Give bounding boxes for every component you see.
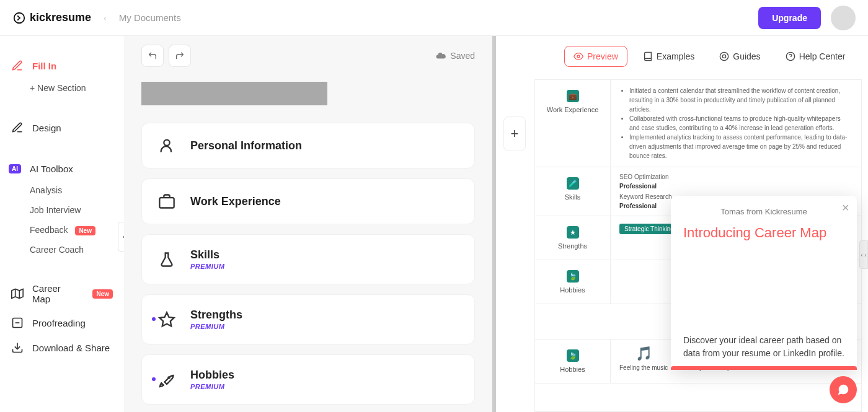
sidebar-label: Career Map — [32, 283, 79, 304]
career-map-popup: ✕ Tomas from Kickresume Introducing Care… — [671, 196, 857, 370]
ai-badge: AI — [9, 164, 21, 173]
bullet: Collaborated with cross-functional teams… — [629, 114, 852, 133]
svg-marker-8 — [159, 312, 174, 326]
tab-examples[interactable]: Examples — [634, 46, 704, 67]
header-right: Upgrade — [758, 6, 856, 30]
popup-description: Discover your ideal career path based on… — [683, 334, 844, 360]
user-icon — [158, 137, 175, 154]
placeholder-block — [141, 82, 327, 105]
saved-indicator: Saved — [435, 50, 475, 61]
sidebar-item-design[interactable]: Design — [0, 115, 124, 140]
sidebar-item-fill-in[interactable]: Fill In — [0, 53, 124, 78]
edit-icon — [11, 59, 24, 72]
sidebar-sub-analysis[interactable]: Analysis — [0, 180, 124, 200]
sidebar-sub-feedback[interactable]: Feedback New — [0, 220, 124, 240]
section-title: Work Experience — [190, 195, 281, 208]
leaf-icon: 🍃 — [567, 270, 579, 283]
sidebar-sub-job-interview[interactable]: Job Interview — [0, 200, 124, 220]
logo-text: kickresume — [30, 11, 91, 24]
star-icon — [158, 311, 175, 328]
section-hobbies[interactable]: Hobbies PREMIUM — [141, 354, 475, 405]
section-title: Personal Information — [190, 139, 302, 152]
sidebar-sub-career-coach[interactable]: Career Coach — [0, 240, 124, 260]
cloud-icon — [435, 50, 446, 61]
section-skills[interactable]: Skills PREMIUM — [141, 234, 475, 284]
premium-tag: PREMIUM — [190, 323, 242, 330]
chat-bubble[interactable] — [830, 376, 857, 403]
section-strengths[interactable]: Strengths PREMIUM — [141, 294, 475, 344]
music-icon: 🎵 — [636, 346, 652, 362]
book-icon — [643, 51, 653, 61]
new-badge: New — [92, 289, 113, 299]
premium-tag: PREMIUM — [190, 263, 224, 270]
logo-icon — [12, 11, 26, 25]
svg-marker-1 — [12, 289, 23, 299]
map-icon — [11, 287, 24, 300]
proofreading-icon — [11, 317, 24, 329]
app-header: kickresume ‹ My Documents Upgrade — [0, 0, 868, 36]
svg-point-6 — [164, 140, 169, 146]
tag: Strategic Thinking — [619, 224, 679, 234]
flask-icon — [158, 251, 175, 268]
sidebar-label: Fill In — [32, 61, 56, 71]
section-personal-information[interactable]: Personal Information — [141, 123, 475, 169]
tab-help-center[interactable]: Help Center — [776, 46, 855, 67]
sidebar-sub-new-section[interactable]: + New Section — [0, 78, 124, 98]
eye-icon — [574, 51, 583, 61]
svg-rect-7 — [159, 198, 174, 208]
avatar[interactable] — [831, 6, 856, 30]
logo[interactable]: kickresume — [12, 11, 91, 25]
upgrade-button[interactable]: Upgrade — [758, 7, 821, 29]
section-title: Skills — [190, 248, 224, 261]
section-work-experience[interactable]: Work Experience — [141, 178, 475, 224]
close-icon[interactable]: ✕ — [841, 202, 849, 214]
popup-from: Tomas from Kickresume — [683, 207, 844, 216]
flask-icon: 🧪 — [567, 177, 579, 190]
svg-point-11 — [720, 52, 728, 60]
preview-expand-handle[interactable]: ‹ › — [859, 240, 868, 269]
target-icon — [719, 51, 729, 61]
bullet: Initiated a content calendar that stream… — [629, 86, 852, 114]
sidebar-item-ai-toolbox[interactable]: AI AI Toolbox — [0, 157, 124, 180]
help-icon — [786, 51, 795, 61]
leaf-icon: 🍃 — [567, 349, 579, 362]
sidebar: Fill In + New Section Design AI AI Toolb… — [0, 36, 124, 412]
design-icon — [11, 121, 24, 134]
add-page-button[interactable]: + — [503, 116, 526, 151]
svg-point-9 — [168, 377, 169, 378]
section-title: Hobbies — [190, 369, 234, 382]
sidebar-label: AI Toolbox — [30, 164, 73, 174]
header-left: kickresume ‹ My Documents — [12, 11, 181, 25]
rocket-icon — [158, 371, 175, 388]
premium-tag: PREMIUM — [190, 383, 234, 390]
undo-button[interactable] — [141, 45, 164, 67]
editor-toolbar: Saved — [141, 36, 475, 76]
sidebar-item-download-share[interactable]: Download & Share — [0, 335, 124, 360]
sidebar-label: Proofreading — [32, 318, 86, 328]
breadcrumb-back-icon[interactable]: ‹ — [104, 13, 107, 23]
new-badge: New — [75, 226, 95, 235]
tab-preview[interactable]: Preview — [564, 46, 627, 67]
svg-point-10 — [577, 55, 580, 58]
briefcase-icon: 💼 — [567, 90, 579, 102]
preview-tabs: Preview Examples Guides Help Center — [496, 36, 868, 73]
sidebar-label: Design — [32, 123, 61, 133]
preview-panel: Preview Examples Guides Help Center + 💼 … — [496, 36, 868, 412]
section-title: Strengths — [190, 309, 242, 322]
sidebar-item-proofreading[interactable]: Proofreading — [0, 310, 124, 335]
editor-panel: Saved Personal Information Work Experien… — [124, 36, 496, 412]
redo-button[interactable] — [169, 45, 191, 67]
chat-icon — [836, 383, 850, 397]
download-icon — [11, 341, 24, 354]
sidebar-item-career-map[interactable]: Career Map New — [0, 277, 124, 310]
sidebar-label: Download & Share — [32, 343, 110, 353]
popup-title: Introducing Career Map — [683, 225, 844, 241]
breadcrumb[interactable]: My Documents — [119, 12, 181, 23]
bullet: Implemented analytics tracking to assess… — [629, 133, 852, 160]
star-icon: ★ — [567, 226, 579, 239]
svg-point-12 — [723, 55, 726, 58]
preview-row-work-experience: 💼 Work Experience Initiated a content ca… — [535, 80, 861, 167]
briefcase-icon — [158, 193, 175, 210]
tab-guides[interactable]: Guides — [710, 46, 769, 67]
popup-cta-bar[interactable] — [671, 366, 857, 370]
